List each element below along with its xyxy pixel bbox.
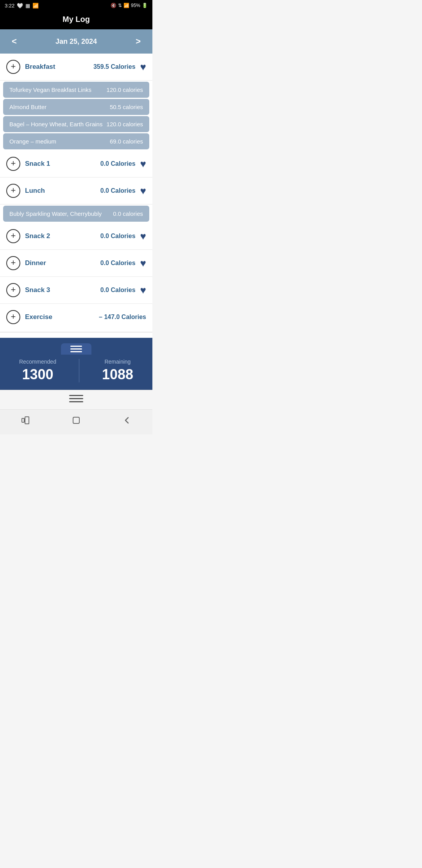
food-item[interactable]: Bubly Sparkling Water, Cherrybubly 0.0 c… [3, 206, 149, 222]
main-content: + Breakfast 359.5 Calories ♥ Tofurkey Ve… [0, 54, 152, 338]
food-item-calories: 69.0 calories [110, 138, 143, 145]
snack1-calories: 0.0 Calories [100, 160, 136, 167]
food-item-name: Orange – medium [9, 138, 107, 145]
food-item[interactable]: Tofurkey Vegan Breakfast Links 120.0 cal… [3, 82, 149, 98]
add-snack3-button[interactable]: + [6, 283, 20, 297]
recommended-col: Recommended 1300 [19, 359, 56, 383]
recents-button[interactable] [13, 414, 38, 429]
snack1-favorite-icon[interactable]: ♥ [140, 158, 146, 170]
add-dinner-button[interactable]: + [6, 256, 20, 270]
svg-rect-1 [25, 417, 29, 424]
menu-line [69, 401, 83, 402]
mute-icon: 🔇 [111, 3, 116, 8]
bottom-nav [0, 390, 152, 409]
snack2-favorite-icon[interactable]: ♥ [140, 230, 146, 242]
status-bar-left: 3:22 🤍 ▦ 📶 [5, 3, 39, 9]
battery-pct: 95% [131, 3, 140, 8]
snack2-row: + Snack 2 0.0 Calories ♥ [0, 223, 152, 250]
handle-line [70, 351, 82, 352]
recommended-value: 1300 [19, 366, 56, 383]
food-item-name: Bubly Sparkling Water, Cherrybubly [9, 210, 110, 217]
food-item[interactable]: Bagel – Honey Wheat, Earth Grains 120.0 … [3, 116, 149, 132]
exercise-row: + Exercise – 147.0 Calories [0, 304, 152, 330]
menu-line [69, 395, 83, 396]
dinner-favorite-icon[interactable]: ♥ [140, 257, 146, 269]
status-bar: 3:22 🤍 ▦ 📶 🔇 ⇅ 📶 95% 🔋 [0, 0, 152, 11]
dinner-row: + Dinner 0.0 Calories ♥ [0, 250, 152, 277]
heart-status-icon: 🤍 [17, 3, 23, 9]
food-item[interactable]: Orange – medium 69.0 calories [3, 133, 149, 149]
handle-line [70, 346, 82, 347]
lunch-row: + Lunch 0.0 Calories ♥ [0, 178, 152, 204]
lunch-label: Lunch [25, 187, 100, 195]
snack1-label: Snack 1 [25, 160, 100, 168]
add-exercise-button[interactable]: + [6, 310, 20, 324]
lunch-favorite-icon[interactable]: ♥ [140, 185, 146, 197]
system-nav [0, 409, 152, 434]
food-item-name: Almond Butter [9, 104, 107, 110]
status-bar-right: 🔇 ⇅ 📶 95% 🔋 [111, 3, 148, 8]
next-date-button[interactable]: > [132, 35, 145, 48]
dinner-label: Dinner [25, 259, 100, 267]
snack2-label: Snack 2 [25, 232, 100, 240]
lunch-calories: 0.0 Calories [100, 187, 136, 194]
food-item-calories: 120.0 calories [107, 121, 143, 127]
sim-icon: ▦ [25, 3, 30, 9]
snack3-label: Snack 3 [25, 286, 100, 294]
footer-divider [79, 359, 79, 382]
add-lunch-button[interactable]: + [6, 184, 20, 198]
remaining-label: Remaining [102, 359, 133, 365]
add-snack2-button[interactable]: + [6, 229, 20, 243]
snack1-row: + Snack 1 0.0 Calories ♥ [0, 151, 152, 178]
signal-icon: 📶 [123, 3, 129, 8]
plus-icon: + [11, 258, 16, 267]
back-button[interactable] [115, 414, 139, 429]
snack3-favorite-icon[interactable]: ♥ [140, 284, 146, 296]
prev-date-button[interactable]: < [8, 35, 21, 48]
status-time: 3:22 [5, 3, 14, 9]
plus-icon: + [11, 285, 16, 294]
food-item-name: Bagel – Honey Wheat, Earth Grains [9, 121, 104, 127]
snack3-row: + Snack 3 0.0 Calories ♥ [0, 277, 152, 304]
add-snack1-button[interactable]: + [6, 157, 20, 171]
food-item[interactable]: Almond Butter 50.5 calories [3, 99, 149, 115]
app-title: My Log [63, 15, 90, 23]
plus-icon: + [11, 62, 16, 71]
remaining-value: 1088 [102, 366, 133, 383]
current-date: Jan 25, 2024 [55, 38, 97, 46]
remaining-col: Remaining 1088 [102, 359, 133, 383]
dinner-calories: 0.0 Calories [100, 260, 136, 267]
breakfast-favorite-icon[interactable]: ♥ [140, 61, 146, 73]
plus-icon: + [11, 312, 16, 321]
food-item-name: Tofurkey Vegan Breakfast Links [9, 86, 104, 93]
plus-icon: + [11, 186, 16, 195]
handle-line [70, 348, 82, 350]
add-breakfast-button[interactable]: + [6, 60, 20, 74]
exercise-calories: – 147.0 Calories [99, 314, 146, 321]
expand-summary-button[interactable] [61, 343, 91, 355]
recommended-label: Recommended [19, 359, 56, 365]
food-item-calories: 120.0 calories [107, 86, 143, 93]
date-nav: < Jan 25, 2024 > [0, 29, 152, 54]
menu-line [69, 398, 83, 399]
app-header: My Log [0, 11, 152, 29]
breakfast-label: Breakfast [25, 63, 93, 71]
svg-rect-0 [22, 418, 24, 422]
plus-icon: + [11, 159, 16, 168]
exercise-label: Exercise [25, 313, 99, 321]
breakfast-calories: 359.5 Calories [93, 63, 136, 70]
footer-summary: Recommended 1300 Remaining 1088 [0, 338, 152, 390]
footer-handle[interactable] [8, 343, 145, 355]
breakfast-row: + Breakfast 359.5 Calories ♥ [0, 54, 152, 81]
food-item-calories: 0.0 calories [113, 210, 143, 217]
snack3-calories: 0.0 Calories [100, 287, 136, 294]
plus-icon: + [11, 231, 16, 240]
home-button[interactable] [64, 414, 88, 429]
data-icon: ⇅ [118, 3, 122, 8]
battery-icon: 🔋 [142, 3, 148, 8]
svg-rect-2 [73, 417, 79, 423]
menu-button[interactable] [69, 395, 83, 402]
food-item-calories: 50.5 calories [110, 104, 143, 110]
snack2-calories: 0.0 Calories [100, 233, 136, 240]
wifi-icon: 📶 [32, 3, 39, 9]
